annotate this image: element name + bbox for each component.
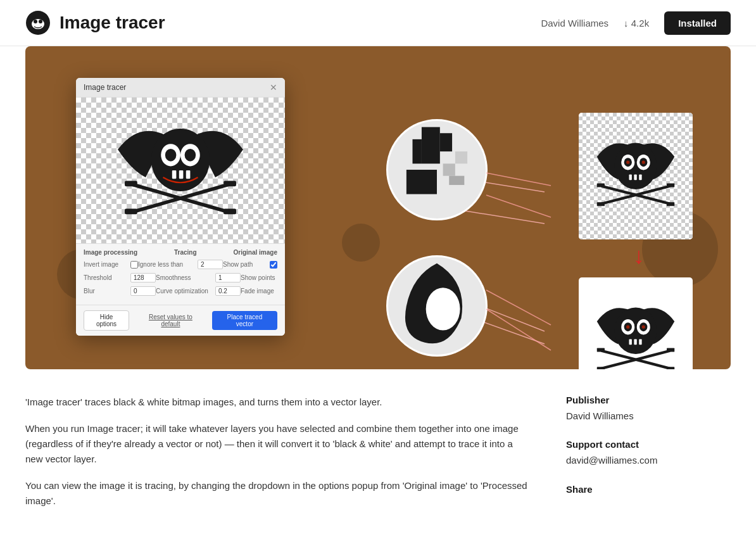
- svg-point-51: [626, 326, 629, 329]
- threshold-input[interactable]: [130, 273, 156, 282]
- controls-row-2: Threshold Smoothness Show points: [84, 273, 277, 284]
- close-icon[interactable]: ✕: [270, 83, 277, 92]
- ignore-label: Ignore less than: [138, 261, 195, 268]
- svg-rect-37: [629, 174, 632, 180]
- plugin-titlebar: Image tracer ✕: [76, 78, 285, 98]
- svg-point-29: [426, 288, 460, 330]
- plugin-footer: Hide options Reset values to default Pla…: [76, 305, 285, 336]
- svg-line-65: [486, 309, 551, 350]
- traced-result-bottom: [591, 290, 680, 369]
- section-image-processing: Image processing: [84, 249, 137, 256]
- smoothness-input[interactable]: [215, 273, 241, 282]
- fade-row: Fade image: [241, 286, 285, 296]
- publisher-value: David Williames: [566, 410, 731, 421]
- svg-rect-45: [667, 202, 674, 206]
- svg-rect-42: [597, 183, 605, 187]
- show-path-checkbox[interactable]: [270, 261, 277, 269]
- ignore-row: Ignore less than: [138, 260, 223, 269]
- share-label: Share: [566, 484, 731, 495]
- svg-rect-26: [443, 163, 455, 175]
- svg-point-7: [165, 149, 177, 162]
- publisher-section: Publisher David Williames: [566, 395, 731, 421]
- share-section: Share: [566, 484, 731, 495]
- svg-line-19: [465, 211, 545, 224]
- smoothness-label: Smoothness: [156, 274, 213, 281]
- controls-row-1: Invert image Ignore less than Show path: [84, 260, 277, 271]
- place-vector-button[interactable]: Place traced vector: [212, 311, 277, 330]
- plugin-window: Image tracer ✕: [76, 78, 285, 336]
- content-section: 'Image tracer' traces black & white bitm…: [0, 369, 756, 539]
- content-main: 'Image tracer' traces black & white bitm…: [25, 395, 528, 520]
- plugin-controls: Image processing Tracing Original image …: [76, 243, 285, 305]
- svg-rect-28: [449, 176, 464, 185]
- blur-label: Blur: [84, 288, 128, 295]
- blur-row: Blur: [84, 286, 156, 296]
- svg-point-52: [642, 326, 645, 329]
- show-path-row: Show path: [223, 260, 277, 269]
- show-points-label: Show points: [241, 274, 285, 281]
- app-logo: [25, 10, 51, 35]
- plugin-title: Image tracer: [84, 83, 126, 92]
- hero-banner: Image tracer ✕: [25, 46, 731, 369]
- hide-options-button[interactable]: Hide options: [84, 310, 129, 331]
- curve-row: Curve optimization: [156, 286, 241, 296]
- svg-rect-38: [634, 174, 636, 180]
- svg-rect-59: [667, 348, 674, 352]
- svg-line-63: [486, 195, 551, 217]
- support-section: Support contact david@williames.com: [566, 439, 731, 466]
- svg-rect-39: [639, 174, 641, 180]
- svg-rect-15: [224, 181, 236, 187]
- publisher-label: Publisher: [566, 395, 731, 405]
- result-panel-top: [579, 113, 693, 239]
- svg-rect-17: [224, 209, 236, 215]
- svg-point-46: [615, 308, 657, 355]
- header-right: David Williames ↓ 4.2k Installed: [541, 11, 731, 35]
- svg-rect-55: [639, 339, 641, 345]
- svg-rect-60: [597, 367, 605, 369]
- svg-rect-23: [413, 139, 422, 164]
- zoom-circle-bottom: [386, 255, 488, 357]
- svg-rect-10: [179, 170, 184, 179]
- page-title: Image tracer: [60, 13, 541, 33]
- description-p2: When you run Image tracer; it will take …: [25, 421, 528, 467]
- show-points-row: Show points: [241, 273, 285, 282]
- svg-rect-27: [455, 151, 467, 163]
- svg-rect-14: [125, 181, 137, 187]
- svg-rect-16: [125, 209, 137, 215]
- svg-rect-25: [406, 170, 437, 194]
- invert-checkbox[interactable]: [130, 261, 138, 269]
- svg-rect-22: [422, 127, 440, 164]
- svg-line-64: [486, 290, 551, 325]
- svg-rect-11: [186, 170, 191, 179]
- fade-label: Fade image: [241, 288, 285, 295]
- smoothness-row: Smoothness: [156, 273, 241, 282]
- curve-input[interactable]: [215, 286, 241, 296]
- section-tracing: Tracing: [174, 249, 197, 256]
- result-panel-bottom: [579, 277, 693, 369]
- svg-rect-24: [440, 133, 452, 151]
- support-email[interactable]: david@williames.com: [566, 455, 657, 466]
- invert-label: Invert image: [84, 261, 128, 268]
- svg-rect-44: [597, 202, 605, 206]
- svg-point-3: [39, 20, 42, 23]
- svg-point-30: [615, 143, 657, 190]
- install-button[interactable]: Installed: [664, 11, 731, 35]
- blur-input[interactable]: [130, 286, 156, 296]
- svg-rect-43: [667, 183, 674, 187]
- svg-rect-58: [597, 348, 605, 352]
- content-sidebar: Publisher David Williames Support contac…: [566, 395, 731, 520]
- svg-rect-61: [667, 367, 674, 369]
- svg-point-2: [34, 20, 37, 23]
- invert-row: Invert image: [84, 260, 138, 269]
- svg-rect-54: [634, 339, 636, 345]
- deco-circle-3: [342, 224, 380, 262]
- reset-button[interactable]: Reset values to default: [134, 311, 207, 330]
- ignore-input[interactable]: [198, 260, 223, 269]
- show-path-label: Show path: [223, 261, 267, 268]
- svg-line-62: [486, 173, 551, 186]
- svg-rect-53: [629, 339, 632, 345]
- svg-rect-9: [172, 170, 177, 179]
- svg-point-36: [642, 161, 645, 164]
- plugin-canvas: [76, 98, 285, 243]
- curve-label: Curve optimization: [156, 288, 213, 295]
